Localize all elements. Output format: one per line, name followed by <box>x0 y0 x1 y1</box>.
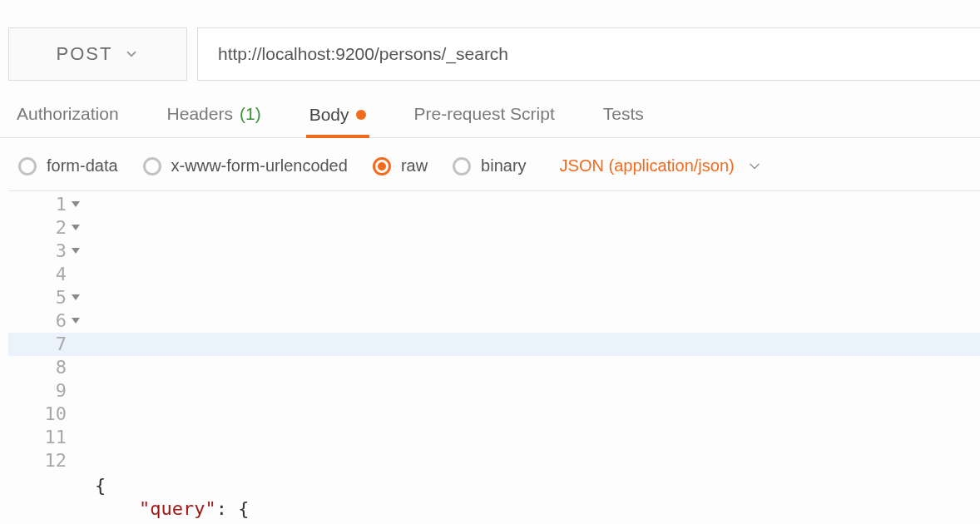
content-type-label: JSON (application/json) <box>560 156 735 175</box>
http-method-select[interactable]: POST <box>8 27 187 81</box>
radio-binary[interactable]: binary <box>453 156 526 175</box>
radio-icon <box>143 157 161 175</box>
chevron-down-icon <box>746 158 763 175</box>
line-number: 5 <box>8 286 83 309</box>
radio-raw-label: raw <box>401 156 428 175</box>
tab-prerequest-script[interactable]: Pre-request Script <box>411 104 558 137</box>
tab-tests-label: Tests <box>603 104 644 124</box>
url-input[interactable]: http://localhost:9200/persons/_search <box>197 27 980 81</box>
radio-form-data-label: form-data <box>47 156 118 175</box>
tab-headers[interactable]: Headers (1) <box>164 104 265 137</box>
tab-body[interactable]: Body <box>306 105 369 138</box>
editor-gutter: 123456789101112 <box>8 191 83 472</box>
line-highlight <box>8 333 980 356</box>
http-method-label: POST <box>57 43 113 65</box>
radio-icon <box>453 157 471 175</box>
url-value: http://localhost:9200/persons/_search <box>218 44 508 64</box>
tab-headers-count: (1) <box>240 104 261 124</box>
line-number: 8 <box>8 356 83 379</box>
json-punct: : { <box>216 498 250 519</box>
editor-code[interactable]: { "query": { "nested": { "path": "addres… <box>8 472 980 524</box>
content-type-select[interactable]: JSON (application/json) <box>560 156 763 175</box>
code-editor[interactable]: 123456789101112 { "query": { "nested": {… <box>8 190 980 524</box>
tab-prerequest-label: Pre-request Script <box>414 104 555 124</box>
line-number: 9 <box>8 379 83 403</box>
line-number: 6 <box>8 309 83 333</box>
tab-headers-label: Headers <box>167 104 233 124</box>
line-number: 1 <box>8 193 83 216</box>
line-number: 12 <box>8 449 83 472</box>
radio-form-data[interactable]: form-data <box>18 156 118 175</box>
tab-authorization-label: Authorization <box>17 104 119 124</box>
request-tabs: Authorization Headers (1) Body Pre-reque… <box>0 81 980 138</box>
radio-urlencoded[interactable]: x-www-form-urlencoded <box>143 156 348 175</box>
radio-binary-label: binary <box>481 156 526 175</box>
line-number: 11 <box>8 426 83 449</box>
line-number: 4 <box>8 263 83 286</box>
body-type-row: form-data x-www-form-urlencoded raw bina… <box>0 138 980 190</box>
radio-icon <box>18 157 37 175</box>
tab-body-label: Body <box>309 105 349 125</box>
json-punct: { <box>95 475 106 496</box>
code-line[interactable]: "nested": { <box>95 521 980 524</box>
tab-authorization[interactable]: Authorization <box>13 104 122 137</box>
unsaved-dot-icon <box>356 110 366 120</box>
radio-raw[interactable]: raw <box>373 156 428 175</box>
code-line[interactable]: { <box>95 474 980 497</box>
line-number: 2 <box>8 216 83 240</box>
line-number: 3 <box>8 240 83 263</box>
chevron-down-icon <box>124 47 139 62</box>
tab-tests[interactable]: Tests <box>600 104 647 137</box>
radio-urlencoded-label: x-www-form-urlencoded <box>171 156 348 175</box>
line-number: 10 <box>8 403 83 426</box>
request-row: POST http://localhost:9200/persons/_sear… <box>0 0 980 81</box>
code-line[interactable]: "query": { <box>95 497 980 521</box>
json-key: "query" <box>139 498 216 519</box>
line-number: 7 <box>8 333 83 356</box>
radio-icon <box>373 157 391 175</box>
